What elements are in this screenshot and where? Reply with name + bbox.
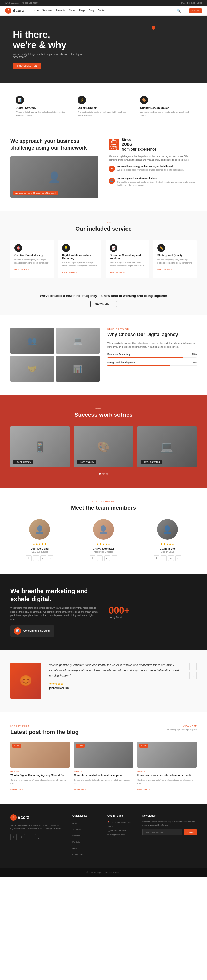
why-section: 👥 💻 🤝 📊 BEST FEATURE Why Choose Our Digi… bbox=[0, 315, 207, 395]
footer-link-portfolio[interactable]: Portfolio bbox=[73, 839, 100, 844]
digital-solutions-icon: 💡 bbox=[62, 244, 70, 252]
footer-facebook[interactable]: f bbox=[10, 834, 17, 840]
view-more-link[interactable]: VIEW MORE bbox=[166, 725, 197, 727]
footer-newsletter-col: Newsletter Subscribe to our newsletter t… bbox=[142, 815, 197, 858]
nav-projects[interactable]: Projects bbox=[56, 9, 65, 12]
svc-strategy-quality-title: Strategy and Quality bbox=[157, 254, 193, 257]
svc-business-consulting-title: Business Consulting and solution bbox=[110, 254, 145, 259]
nav-services[interactable]: Services bbox=[42, 9, 52, 12]
member-1-stars: ★★★★★ bbox=[10, 542, 69, 546]
stat-label: Happy Clients bbox=[109, 616, 197, 619]
member-2-twitter[interactable]: t bbox=[97, 555, 103, 561]
blog-post-1: 15 Mar Branding What a Digital Marketing… bbox=[10, 741, 70, 791]
member-1-twitter[interactable]: t bbox=[33, 555, 39, 561]
svc-creative-brand: 🎯 Creative Brand strategy We are a digit… bbox=[10, 240, 54, 278]
main-nav: Home Services Projects About Page Blog C… bbox=[32, 9, 106, 12]
newsletter-email-input[interactable] bbox=[142, 829, 182, 835]
testimonial-prev-button[interactable]: ↑ bbox=[190, 663, 197, 670]
member-2-facebook[interactable]: f bbox=[90, 555, 95, 561]
know-more-button[interactable]: KNOW MORE → bbox=[90, 301, 117, 307]
design-desc: We create the best design solutions for … bbox=[140, 111, 191, 117]
member-1-facebook[interactable]: f bbox=[26, 555, 32, 561]
why-img-4: 📊 bbox=[56, 356, 100, 382]
blog-link-1[interactable]: Learn more → bbox=[10, 788, 24, 791]
nav-blog[interactable]: Blog bbox=[89, 9, 94, 12]
member-1-instagram[interactable]: ig bbox=[47, 555, 53, 561]
avatar-2: 👤 bbox=[93, 519, 114, 540]
team-member-2: 👤 ★★★★☆ Chaya Komitzer Marketing Directo… bbox=[74, 519, 133, 561]
grid-icon[interactable]: ⊞ bbox=[183, 8, 186, 13]
svc-digital-solutions-link[interactable]: READ MORE → bbox=[62, 271, 77, 274]
svc-digital-solutions: 💡 Digital solutions solves Marketing We … bbox=[58, 240, 101, 278]
search-icon[interactable]: 🔍 bbox=[177, 8, 181, 13]
member-3-role: Design Lead bbox=[138, 550, 197, 553]
why-img-2: 💻 bbox=[56, 328, 100, 354]
testimonial-stars: ★★★★★ bbox=[49, 682, 182, 686]
feature-2-desc: Our goal is to inspire and challenge to … bbox=[117, 181, 197, 187]
member-3-instagram[interactable]: ig bbox=[175, 555, 181, 561]
testimonial-next-button[interactable]: ↓ bbox=[190, 672, 197, 679]
footer-link-contact[interactable]: Contact Us bbox=[73, 851, 100, 856]
testimonial-person-image: 😊 bbox=[10, 663, 41, 699]
newsletter-submit-button[interactable]: Submit bbox=[184, 829, 197, 835]
member-3-facebook[interactable]: f bbox=[154, 555, 160, 561]
about-badge: We have service in 35 countries of the w… bbox=[13, 191, 58, 195]
footer-link-blog[interactable]: Blog bbox=[73, 845, 100, 850]
member-3-stars: ★★★★★ bbox=[138, 542, 197, 546]
contact-email: ✉ info@bcorz.com bbox=[107, 833, 134, 837]
team-tag: TEAM MEMBERS bbox=[10, 501, 197, 503]
blog-link-2[interactable]: Read more → bbox=[74, 788, 87, 791]
blog-desc-2: Contrary to popular belief, Lorem Ipsum … bbox=[74, 779, 133, 785]
member-1-linkedin[interactable]: in bbox=[40, 555, 46, 561]
why-tag: BEST FEATURE bbox=[107, 328, 197, 330]
footer-linkedin[interactable]: in bbox=[27, 834, 33, 840]
footer-link-about[interactable]: About Us bbox=[73, 827, 100, 831]
success-card-social: 📱 Social strategy bbox=[10, 426, 70, 468]
dot-1[interactable] bbox=[99, 473, 101, 475]
footer-logo-link[interactable]: B Bcorz bbox=[10, 815, 65, 821]
footer-twitter[interactable]: t bbox=[19, 834, 25, 840]
newsletter-title: Newsletter bbox=[142, 815, 197, 817]
hours-info: Mon - Fri: 9:00 - 18:00 bbox=[182, 2, 202, 4]
nav-contact[interactable]: Contact bbox=[98, 9, 106, 12]
svc-creative-brand-link[interactable]: READ MORE → bbox=[14, 269, 30, 271]
nav-home[interactable]: Home bbox=[32, 9, 39, 12]
quick-links-title: Quick Links bbox=[73, 815, 100, 817]
blog-desc-3: Contrary to popular belief, Lorem Ipsum … bbox=[137, 779, 197, 785]
svc-strategy-quality: ✏️ Strategy and Quality We are a digital… bbox=[153, 240, 197, 278]
member-1-social: f t in ig bbox=[10, 555, 69, 561]
blog-desc-1: Contrary to popular belief, Lorem Ipsum … bbox=[10, 779, 70, 785]
feature-1-desc: We are a digital agency that helps brand… bbox=[117, 169, 184, 172]
blog-img-3: 10 Jan bbox=[137, 741, 197, 767]
footer-link-services[interactable]: Services bbox=[73, 833, 100, 837]
team-grid: 👤 ★★★★★ Joel De Ceau CEO & Founder f t i… bbox=[10, 519, 197, 561]
hero-cta-button[interactable]: FIND A SOLUTION bbox=[13, 63, 41, 69]
svc-digital-solutions-title: Digital solutions solves Marketing bbox=[62, 254, 97, 259]
stat-number: 000+ bbox=[109, 605, 197, 616]
member-2-linkedin[interactable]: in bbox=[104, 555, 110, 561]
footer-instagram[interactable]: ig bbox=[35, 834, 41, 840]
dot-3[interactable] bbox=[106, 473, 108, 475]
nav-page[interactable]: Page bbox=[79, 9, 85, 12]
testimonial-section: 😊 "We're positively impatient and consta… bbox=[0, 650, 207, 712]
login-button[interactable]: Log In bbox=[189, 8, 202, 13]
progress-consulting-bar bbox=[107, 356, 197, 358]
svc-business-consulting-link[interactable]: READ MORE → bbox=[110, 271, 125, 274]
member-2-instagram[interactable]: ig bbox=[112, 555, 117, 561]
contact-info: info@bcorz.com | +1 800 123 4567 bbox=[5, 2, 38, 4]
avatar-1-img: 👤 bbox=[29, 519, 50, 540]
footer-link-home[interactable]: Home bbox=[73, 820, 100, 825]
testimonial-author: john william tom bbox=[49, 687, 182, 689]
blog-link-3[interactable]: Read more → bbox=[137, 788, 150, 791]
member-3-twitter[interactable]: t bbox=[161, 555, 167, 561]
testimonial-content: "We're positively impatient and constant… bbox=[49, 663, 182, 689]
success-title: Success work sotries bbox=[10, 412, 197, 418]
nav-about[interactable]: About bbox=[69, 9, 76, 12]
dot-2[interactable] bbox=[103, 473, 104, 475]
progress-design: Design and development 70% bbox=[107, 361, 197, 366]
member-3-linkedin[interactable]: in bbox=[168, 555, 174, 561]
svc-strategy-quality-link[interactable]: READ MORE → bbox=[157, 269, 172, 271]
brand-logo[interactable]: B Bcorz bbox=[5, 8, 24, 14]
blog-grid: 15 Mar Branding What a Digital Marketing… bbox=[10, 741, 197, 791]
services-grid: 🎯 Creative Brand strategy We are a digit… bbox=[10, 240, 197, 278]
